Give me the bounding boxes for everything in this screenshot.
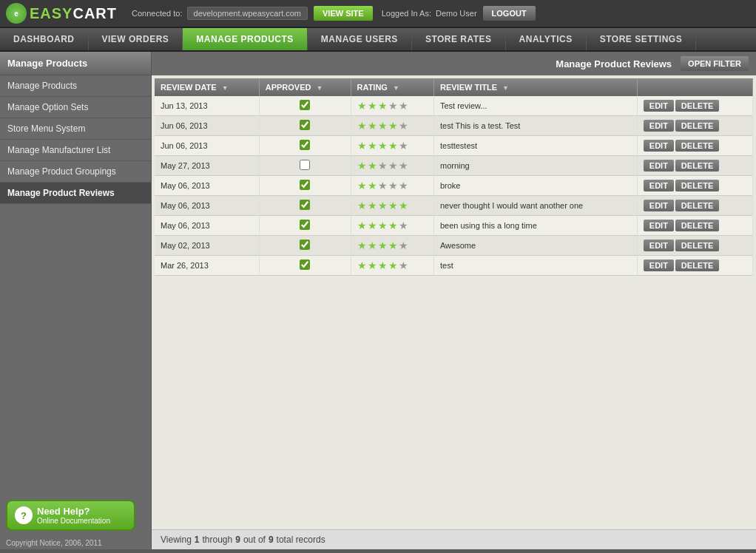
approved-checkbox[interactable] [300, 259, 310, 270]
cell-rating: ★★★★★ [351, 216, 433, 236]
table-row: Jun 06, 2013★★★★★test This is a test. Te… [155, 116, 753, 136]
approved-checkbox[interactable] [300, 160, 310, 170]
sidebar-item-store-menu[interactable]: Store Menu System [0, 118, 151, 140]
cell-actions: EDITDELETE [637, 236, 752, 256]
nav-view-orders[interactable]: VIEW ORDERS [89, 28, 183, 50]
star-icon: ★ [399, 240, 408, 251]
sidebar-item-option-sets[interactable]: Manage Option Sets [0, 97, 151, 118]
open-filter-button[interactable]: OPEN FILTER [681, 56, 749, 71]
star-icon: ★ [378, 259, 388, 271]
cell-actions: EDITDELETE [637, 196, 752, 216]
star-icon: ★ [368, 100, 377, 112]
star-icon: ★ [388, 180, 398, 191]
edit-button[interactable]: EDIT [644, 220, 674, 231]
star-icon: ★ [357, 180, 367, 191]
nav-store-settings[interactable]: STORE SETTINGS [587, 28, 696, 50]
nav-manage-products[interactable]: MANAGE PRODUCTS [183, 28, 308, 50]
approved-checkbox[interactable] [300, 240, 310, 250]
nav-store-rates[interactable]: STORE RATES [412, 28, 506, 50]
total-records: 9 [269, 535, 274, 545]
delete-button[interactable]: DELETE [675, 100, 719, 112]
cell-actions: EDITDELETE [637, 176, 752, 196]
star-icon: ★ [368, 240, 377, 251]
approved-checkbox[interactable] [300, 180, 310, 190]
nav-manage-users[interactable]: MANAGE USERS [308, 28, 412, 50]
star-icon: ★ [399, 120, 408, 132]
edit-button[interactable]: EDIT [644, 100, 674, 112]
delete-button[interactable]: DELETE [675, 200, 719, 211]
star-icon: ★ [378, 120, 388, 132]
sidebar-item-manufacturer[interactable]: Manage Manufacturer List [0, 140, 151, 161]
edit-button[interactable]: EDIT [644, 200, 674, 211]
cell-date: Mar 26, 2013 [155, 256, 259, 276]
copyright: Copyright Notice, 2006, 2011 [6, 539, 102, 547]
edit-button[interactable]: EDIT [644, 120, 674, 132]
approved-checkbox[interactable] [300, 100, 310, 110]
star-icon: ★ [357, 100, 367, 112]
edit-button[interactable]: EDIT [644, 240, 674, 251]
sidebar-item-manage-products[interactable]: Manage Products [0, 75, 151, 97]
cell-date: May 02, 2013 [155, 236, 259, 256]
main-title: Manage Product Reviews [556, 58, 672, 69]
edit-button[interactable]: EDIT [644, 180, 674, 191]
edit-button[interactable]: EDIT [644, 140, 674, 152]
logo: e EASYCART [6, 3, 117, 24]
connected-label: Connected to: [132, 9, 183, 18]
delete-button[interactable]: DELETE [675, 220, 719, 231]
cell-date: May 06, 2013 [155, 196, 259, 216]
cell-date: May 06, 2013 [155, 176, 259, 196]
star-icon: ★ [388, 240, 398, 251]
star-rating: ★★★★★ [357, 220, 428, 231]
sidebar-item-reviews[interactable]: Manage Product Reviews [0, 183, 151, 204]
star-icon: ★ [388, 200, 398, 211]
approved-checkbox[interactable] [300, 220, 310, 230]
cell-title: test [433, 256, 637, 276]
col-review-title[interactable]: REVIEW TITLE ▼ [433, 78, 637, 96]
star-icon: ★ [357, 240, 367, 251]
star-rating: ★★★★★ [357, 180, 428, 191]
cell-title: been using this a long time [433, 216, 637, 236]
delete-button[interactable]: DELETE [675, 140, 719, 152]
delete-button[interactable]: DELETE [675, 180, 719, 191]
star-rating: ★★★★★ [357, 140, 428, 152]
star-icon: ★ [399, 200, 408, 211]
cell-title: Awesome [433, 236, 637, 256]
nav-dashboard[interactable]: DASHBOARD [0, 28, 89, 50]
edit-button[interactable]: EDIT [644, 160, 674, 172]
star-icon: ★ [368, 220, 377, 231]
star-icon: ★ [388, 160, 398, 172]
col-review-date[interactable]: REVIEW DATE ▼ [155, 78, 259, 96]
delete-button[interactable]: DELETE [675, 259, 719, 271]
col-approved[interactable]: APPROVED ▼ [259, 78, 351, 96]
connected-url: development.wpeasycart.com [187, 7, 308, 20]
logout-button[interactable]: LOGOUT [483, 6, 536, 21]
approved-checkbox[interactable] [300, 140, 310, 150]
star-icon: ★ [357, 200, 367, 211]
through-label: through [203, 535, 233, 545]
logo-icon: e [6, 3, 27, 24]
sidebar-item-groupings[interactable]: Manage Product Groupings [0, 161, 151, 183]
nav-analytics[interactable]: ANALYTICS [506, 28, 587, 50]
table-row: May 06, 2013★★★★★been using this a long … [155, 216, 753, 236]
star-rating: ★★★★★ [357, 240, 428, 251]
records-label: total records [277, 535, 325, 545]
col-rating[interactable]: RATING ▼ [351, 78, 433, 96]
approved-checkbox[interactable] [300, 200, 310, 210]
main-header: Manage Product Reviews OPEN FILTER [152, 52, 756, 75]
edit-button[interactable]: EDIT [644, 259, 674, 271]
star-icon: ★ [378, 100, 388, 112]
cell-date: Jun 13, 2013 [155, 96, 259, 116]
delete-button[interactable]: DELETE [675, 120, 719, 132]
table-header-row: REVIEW DATE ▼ APPROVED ▼ RATING ▼ REVIEW… [155, 78, 753, 96]
star-icon: ★ [368, 120, 377, 132]
view-site-button[interactable]: VIEW SITE [314, 6, 373, 21]
delete-button[interactable]: DELETE [675, 160, 719, 172]
star-icon: ★ [388, 140, 398, 152]
cell-rating: ★★★★★ [351, 136, 433, 156]
cell-title: test This is a test. Test [433, 116, 637, 136]
delete-button[interactable]: DELETE [675, 240, 719, 251]
logo-text: EASYCART [30, 5, 117, 22]
approved-checkbox[interactable] [300, 120, 310, 130]
help-widget[interactable]: ? Need Help? Online Documentation [6, 500, 135, 531]
star-icon: ★ [368, 180, 377, 191]
